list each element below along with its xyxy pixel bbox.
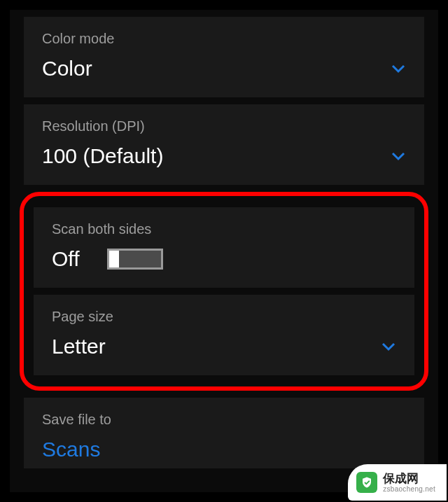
resolution-value: 100 (Default) [42, 144, 163, 168]
page-size-label: Page size [52, 309, 396, 325]
save-file-to-value[interactable]: Scans [42, 438, 100, 461]
resolution-label: Resolution (DPI) [42, 118, 406, 134]
scan-both-sides-setting: Scan both sides Off [34, 207, 414, 288]
save-file-to-setting[interactable]: Save file to Scans [24, 398, 424, 468]
color-mode-setting[interactable]: Color mode Color [24, 17, 424, 97]
highlight-box: Scan both sides Off Page size Letter [20, 192, 428, 391]
chevron-down-icon[interactable] [391, 61, 406, 76]
color-mode-label: Color mode [42, 31, 406, 47]
save-file-to-label: Save file to [42, 412, 406, 428]
shield-icon [356, 472, 377, 493]
color-mode-value: Color [42, 57, 92, 81]
page-size-value: Letter [52, 335, 106, 358]
scan-both-sides-label: Scan both sides [52, 221, 396, 237]
chevron-down-icon[interactable] [391, 148, 406, 164]
watermark-subtitle: zsbaocheng.net [383, 486, 435, 493]
scan-both-sides-value: Off [52, 247, 79, 271]
scan-both-sides-toggle[interactable] [107, 249, 163, 270]
watermark-title: 保成网 [383, 473, 435, 484]
chevron-down-icon[interactable] [381, 339, 396, 354]
toggle-knob [109, 251, 119, 267]
resolution-setting[interactable]: Resolution (DPI) 100 (Default) [24, 104, 424, 185]
page-size-setting[interactable]: Page size Letter [34, 295, 414, 375]
watermark-badge: 保成网 zsbaocheng.net [349, 466, 445, 499]
